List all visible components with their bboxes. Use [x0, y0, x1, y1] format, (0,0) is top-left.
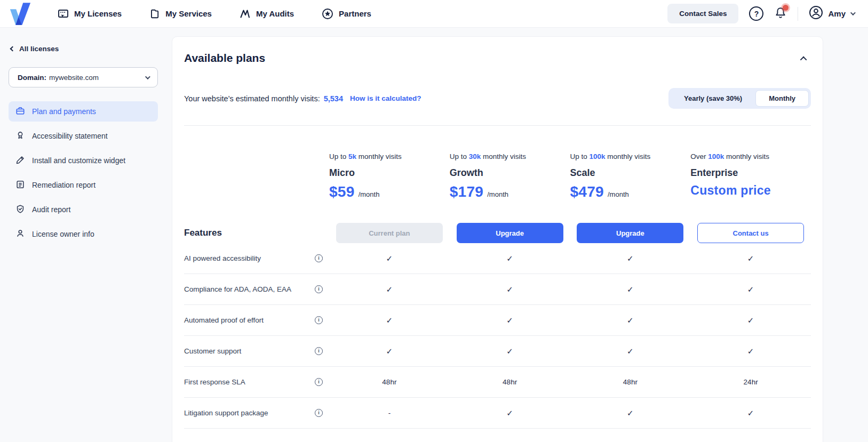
feature-label: Customer support	[184, 347, 241, 355]
feature-value: 48hr	[570, 378, 691, 386]
info-icon[interactable]: i	[315, 409, 323, 417]
feature-value: ✓	[450, 408, 570, 418]
info-icon[interactable]: i	[315, 316, 323, 324]
chevron-down-icon	[145, 74, 150, 79]
upgrade-growth-button[interactable]: Upgrade	[457, 223, 563, 243]
sidebar-item-label: Remediation report	[32, 181, 95, 189]
collapse-section-button[interactable]	[802, 55, 807, 63]
plan-header-micro: Up to 5k monthly visits Micro $59/month	[329, 152, 450, 202]
plan-price: $179	[450, 183, 484, 200]
contact-sales-button[interactable]: Contact Sales	[667, 4, 738, 23]
topbar-divider	[798, 7, 798, 21]
back-label: All licenses	[19, 45, 59, 53]
back-to-all-licenses-link[interactable]: All licenses	[11, 45, 158, 53]
help-icon[interactable]: ?	[749, 6, 763, 21]
nav-item-partners[interactable]: Partners	[322, 8, 371, 20]
feature-value: 48hr	[329, 378, 450, 386]
feature-value: ✓	[329, 285, 450, 294]
feature-value: ✓	[690, 347, 811, 356]
nav-label: My Licenses	[74, 9, 122, 18]
estimated-visits-label: Your website’s estimated monthly visits:	[184, 94, 320, 103]
nav-label: Partners	[339, 9, 371, 18]
sidebar-item-license-owner-info[interactable]: License owner info	[9, 224, 158, 244]
badge-icon	[15, 131, 25, 142]
upgrade-scale-button[interactable]: Upgrade	[577, 223, 683, 243]
plan-buttons-row: Features Current plan Upgrade Upgrade Co…	[184, 223, 811, 243]
visits-highlight: 5k	[348, 152, 356, 160]
feature-value: ✓	[329, 254, 450, 263]
feature-row-customer-support: Customer supporti ✓ ✓ ✓ ✓	[184, 336, 811, 367]
topbar-actions: Contact Sales ? Amy	[667, 4, 854, 23]
feature-label: Automated proof of effort	[184, 316, 264, 324]
feature-row-compliance: Compliance for ADA, AODA, EAAi ✓ ✓ ✓ ✓	[184, 274, 811, 305]
toggle-option-yearly[interactable]: Yearly (save 30%)	[671, 90, 755, 107]
feature-value: ✓	[570, 347, 691, 356]
nav-item-my-licenses[interactable]: My Licenses	[58, 8, 122, 20]
feature-value: ✓	[570, 254, 691, 263]
plan-name: Micro	[329, 167, 439, 179]
person-icon	[15, 229, 25, 240]
feature-row-first-response-sla: First response SLAi 48hr 48hr 48hr 24hr	[184, 367, 811, 398]
page-title: Available plans	[184, 52, 265, 65]
domain-value: mywebsite.com	[49, 74, 99, 82]
brand-logo[interactable]	[10, 2, 32, 26]
sidebar-item-remediation-report[interactable]: Remediation report	[9, 175, 158, 195]
sidebar-item-label: Plan and payments	[32, 107, 96, 116]
price-suffix: /month	[359, 190, 380, 198]
nav-item-my-audits[interactable]: My Audits	[240, 8, 294, 20]
feature-value: ✓	[690, 285, 811, 294]
section-divider	[184, 125, 811, 126]
nav-item-my-services[interactable]: My Services	[149, 8, 212, 20]
plan-price: $479	[570, 183, 604, 200]
how-calculated-link[interactable]: How is it calculated?	[350, 94, 421, 102]
sidebar-item-label: Accessibility statement	[32, 132, 108, 140]
briefcase-icon	[15, 106, 25, 117]
feature-label: AI powered accessibility	[184, 254, 261, 262]
info-icon[interactable]: i	[315, 347, 323, 355]
contact-us-button[interactable]: Contact us	[697, 223, 804, 243]
sidebar-item-accessibility-statement[interactable]: Accessibility statement	[9, 126, 158, 146]
shield-check-icon	[15, 204, 25, 215]
feature-value: 24hr	[690, 378, 811, 386]
current-plan-button[interactable]: Current plan	[336, 223, 443, 243]
feature-row-automated-proof-of-effort: Automated proof of efforti ✓ ✓ ✓ ✓	[184, 305, 811, 336]
billing-period-toggle: Yearly (save 30%) Monthly	[668, 88, 811, 109]
info-icon[interactable]: i	[315, 254, 323, 262]
feature-value: 48hr	[450, 378, 570, 386]
sidebar-item-install-and-customize-widget[interactable]: Install and customize widget	[9, 150, 158, 171]
chevron-down-icon	[850, 10, 856, 15]
info-icon[interactable]: i	[315, 378, 323, 386]
license-sidebar: All licenses Domain: mywebsite.com Plan …	[0, 28, 172, 442]
top-navigation-bar: My Licenses My Services My Audits	[0, 0, 868, 28]
feature-value: ✓	[690, 408, 811, 418]
price-suffix: /month	[608, 190, 629, 198]
logo-icon	[10, 2, 31, 26]
visits-highlight: 100k	[708, 152, 724, 160]
account-menu[interactable]: Amy	[809, 5, 854, 22]
feature-label: Compliance for ADA, AODA, EAA	[184, 285, 291, 293]
sidebar-item-label: Install and customize widget	[32, 156, 125, 165]
info-icon[interactable]: i	[315, 285, 323, 293]
pencil-icon	[15, 155, 25, 166]
sidebar-item-plan-and-payments[interactable]: Plan and payments	[9, 101, 158, 122]
licenses-icon	[58, 9, 69, 19]
feature-value: ✓	[450, 254, 570, 263]
feature-value: ✓	[329, 347, 450, 356]
sidebar-item-label: Audit report	[32, 205, 70, 214]
notifications-bell-icon[interactable]	[774, 6, 787, 21]
toggle-option-monthly[interactable]: Monthly	[755, 90, 809, 107]
nav-label: My Audits	[256, 9, 294, 18]
plan-name: Scale	[570, 167, 680, 179]
visits-highlight: 30k	[469, 152, 481, 160]
plan-header-scale: Up to 100k monthly visits Scale $479/mon…	[570, 152, 691, 202]
plan-header-enterprise: Over 100k monthly visits Enterprise Cust…	[690, 152, 811, 202]
sidebar-item-audit-report[interactable]: Audit report	[9, 199, 158, 220]
available-plans-card: Available plans Your website’s estimated…	[172, 36, 823, 442]
feature-value: ✓	[570, 408, 691, 418]
feature-value: ✓	[450, 347, 570, 356]
plan-name: Enterprise	[690, 167, 800, 179]
partners-star-icon	[322, 8, 333, 20]
feature-value: ✓	[690, 316, 811, 325]
domain-selector[interactable]: Domain: mywebsite.com	[9, 67, 158, 87]
features-heading: Features	[184, 228, 329, 238]
